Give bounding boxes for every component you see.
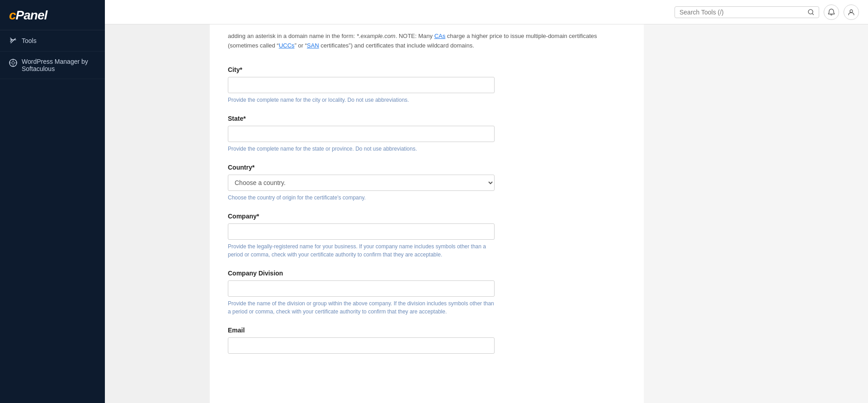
user-button[interactable] <box>844 5 859 20</box>
cpanel-logo: cPanel <box>9 8 96 23</box>
field-city: City* Provide the complete name for the … <box>228 66 626 104</box>
company-division-label: Company Division <box>228 270 626 277</box>
form-content: adding an asterisk in a domain name in t… <box>210 24 644 403</box>
search-icon-button[interactable] <box>808 9 814 15</box>
sidebar-item-tools-label: Tools <box>22 37 37 44</box>
email-label: Email <box>228 327 626 334</box>
sidebar-item-wordpress[interactable]: WordPress Manager by Softaculous <box>0 52 105 79</box>
country-help: Choose the country of origin for the cer… <box>228 194 495 202</box>
city-help: Provide the complete name for the city o… <box>228 96 495 104</box>
state-label: State* <box>228 115 626 122</box>
country-label: Country* <box>228 164 626 171</box>
sidebar-logo: cPanel <box>0 0 105 30</box>
header <box>105 0 868 24</box>
company-label: Company* <box>228 213 626 220</box>
sidebar: cPanel Tools WordPress Manager by Softac… <box>0 0 105 403</box>
wordpress-icon <box>9 59 17 67</box>
sidebar-item-tools[interactable]: Tools <box>0 30 105 52</box>
search-bar[interactable] <box>675 6 819 18</box>
search-input[interactable] <box>679 9 804 16</box>
main-content: adding an asterisk in a domain name in t… <box>210 24 868 403</box>
field-country: Country* Choose a country. United States… <box>228 164 626 202</box>
field-company-division: Company Division Provide the name of the… <box>228 270 626 316</box>
company-help: Provide the legally-registered name for … <box>228 242 495 259</box>
city-label: City* <box>228 66 626 73</box>
field-email: Email <box>228 327 626 354</box>
search-icon <box>808 9 814 15</box>
svg-point-3 <box>850 9 853 12</box>
svg-point-1 <box>12 62 14 64</box>
city-input[interactable] <box>228 77 495 93</box>
field-state: State* Provide the complete name for the… <box>228 115 626 153</box>
sidebar-item-wordpress-label: WordPress Manager by Softaculous <box>22 58 96 72</box>
field-company: Company* Provide the legally-registered … <box>228 213 626 259</box>
company-division-help: Provide the name of the division or grou… <box>228 299 495 316</box>
company-division-input[interactable] <box>228 280 495 297</box>
state-input[interactable] <box>228 126 495 142</box>
tools-icon <box>9 37 17 45</box>
email-input[interactable] <box>228 337 495 354</box>
country-select[interactable]: Choose a country. United States United K… <box>228 175 495 191</box>
intro-text: adding an asterisk in a domain name in t… <box>228 24 626 55</box>
company-input[interactable] <box>228 223 495 240</box>
user-icon <box>848 9 855 16</box>
notification-button[interactable] <box>824 5 839 20</box>
state-help: Provide the complete name for the state … <box>228 145 495 153</box>
bell-icon <box>828 9 835 16</box>
